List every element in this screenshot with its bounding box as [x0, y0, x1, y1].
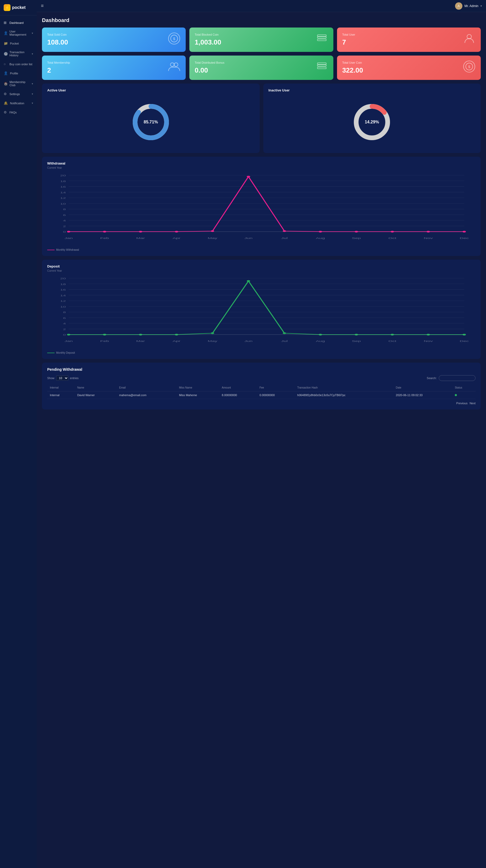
status-badge: [455, 394, 457, 396]
svg-text:12: 12: [60, 196, 65, 199]
stat-icon-total-membership: [168, 60, 180, 75]
sidebar-item-settings[interactable]: ⚙ Settings ▾: [0, 89, 37, 98]
avatar: A: [455, 2, 462, 10]
svg-text:Nov: Nov: [424, 340, 433, 342]
deposit-legend: Monthly Deposit: [56, 351, 75, 354]
inactive-user-title: Inactive User: [268, 88, 476, 92]
sidebar-item-user-management[interactable]: 👤 User Management ▾: [0, 27, 37, 39]
stat-label-total-user: Total User: [342, 33, 355, 36]
user-management-icon: 👤: [4, 31, 7, 35]
svg-point-108: [283, 333, 286, 334]
sidebar-item-notification[interactable]: 🔔 Notification ▾: [0, 98, 37, 108]
svg-text:Dec: Dec: [460, 237, 469, 240]
svg-text:Apr: Apr: [173, 237, 180, 240]
stat-value-total-user-coin: 322.00: [342, 66, 363, 74]
sidebar-nav: ⊞ Dashboard 👤 User Management ▾ 📁 Pocket…: [0, 16, 37, 868]
show-label: Show: [47, 376, 55, 380]
table-header: Transaction Hash: [294, 384, 393, 392]
stats-row-2: Total Membership 2 Total Distributed Bon…: [42, 56, 481, 80]
transaction-history-icon: 🕐: [4, 52, 7, 56]
stat-icon-total-user: [463, 32, 476, 47]
table-header: Status: [452, 384, 476, 392]
svg-text:6: 6: [63, 316, 66, 319]
table-controls: Show 102550 entries Search:: [47, 375, 476, 381]
previous-button[interactable]: Previous: [456, 402, 468, 405]
svg-point-8: [174, 63, 178, 66]
svg-text:4: 4: [63, 219, 66, 222]
main-content: Dashboard Total Sold Coin 108.00 $ Total…: [37, 12, 486, 868]
profile-icon: 👤: [4, 71, 8, 75]
table-pagination: Previous Next: [47, 402, 476, 405]
svg-rect-3: [317, 37, 326, 38]
stat-value-total-sold-coin: 108.00: [47, 38, 68, 46]
page-title: Dashboard: [42, 17, 481, 23]
buy-coin-order-list-icon: ○: [4, 62, 7, 66]
sidebar-item-pocket[interactable]: 📁 Pocket: [0, 39, 37, 48]
stat-label-total-blocked-coin: Total Blocked Coin: [195, 33, 221, 36]
active-user-chart: Active User 85.71%: [42, 84, 260, 153]
chevron-down-icon: ▾: [32, 32, 33, 35]
svg-text:6: 6: [63, 214, 66, 216]
sidebar-item-membership-club[interactable]: 🏠 Membership Club ▾: [0, 78, 37, 89]
svg-text:4: 4: [63, 322, 66, 325]
sidebar: ⚡ pocket ⊞ Dashboard 👤 User Management ▾…: [0, 0, 37, 868]
svg-text:Jan: Jan: [64, 340, 73, 342]
sidebar-item-label-dashboard: Dashboard: [9, 21, 24, 24]
svg-text:Jun: Jun: [245, 340, 253, 342]
sidebar-item-buy-coin-order-list[interactable]: ○ Buy coin order list: [0, 60, 37, 69]
user-name: Mr. Admin: [464, 4, 478, 8]
sidebar-item-dashboard[interactable]: ⊞ Dashboard: [0, 18, 37, 27]
sidebar-item-label-notification: Notification: [10, 102, 24, 105]
svg-text:Jun: Jun: [245, 237, 253, 240]
stat-icon-total-sold-coin: $: [168, 32, 180, 47]
sidebar-item-transaction-history[interactable]: 🕐 Transaction History ▾: [0, 48, 37, 60]
sidebar-item-faqs[interactable]: ⚙ FAQs: [0, 108, 37, 117]
svg-text:$: $: [468, 65, 470, 69]
stat-icon-total-distributed-bonus: [316, 60, 328, 75]
entries-select[interactable]: 102550: [56, 375, 68, 381]
svg-text:May: May: [208, 237, 218, 240]
table-header: Miss Name: [176, 384, 219, 392]
dashboard-icon: ⊞: [4, 21, 7, 25]
svg-point-107: [247, 280, 250, 282]
topbar: ≡ A Mr. Admin ▾: [37, 0, 486, 12]
svg-text:Sep: Sep: [352, 340, 361, 342]
user-menu[interactable]: A Mr. Admin ▾: [455, 2, 482, 10]
stat-value-total-blocked-coin: 1,003.00: [195, 38, 221, 46]
stat-card-total-membership: Total Membership 2: [42, 56, 186, 80]
inactive-user-donut: 14.29%: [268, 96, 476, 148]
next-button[interactable]: Next: [469, 402, 476, 405]
sidebar-item-label-user-management: User Management: [9, 30, 30, 36]
stat-card-total-sold-coin: Total Sold Coin 108.00 $: [42, 28, 186, 52]
table-header: Fee: [257, 384, 294, 392]
logo: ⚡ pocket: [0, 0, 37, 16]
deposit-chart-subtitle: Current Year: [47, 269, 476, 272]
sidebar-item-profile[interactable]: 👤 Profile: [0, 69, 37, 78]
svg-text:Mar: Mar: [136, 340, 145, 342]
svg-text:May: May: [208, 340, 218, 342]
active-user-donut: 85.71%: [47, 96, 254, 148]
svg-text:85.71%: 85.71%: [144, 120, 158, 124]
svg-text:14: 14: [60, 294, 66, 297]
svg-text:Oct: Oct: [389, 340, 397, 342]
search-input[interactable]: [439, 375, 476, 381]
table-header: Amount: [219, 384, 257, 392]
pocket-icon: 📁: [4, 41, 8, 45]
svg-text:$: $: [173, 37, 175, 41]
svg-text:8: 8: [63, 311, 66, 314]
svg-point-106: [211, 333, 214, 334]
user-charts-grid: Active User 85.71% Inactive User 14.29%: [42, 84, 481, 153]
logo-text: pocket: [12, 5, 26, 10]
svg-text:0: 0: [63, 230, 66, 234]
svg-point-6: [467, 34, 471, 39]
svg-text:Jan: Jan: [64, 237, 73, 240]
chevron-down-icon: ▾: [32, 102, 33, 104]
stat-value-total-membership: 2: [47, 66, 70, 74]
withdrawal-chart-card: Withdrawal Current Year 0246810121416182…: [42, 157, 481, 256]
inactive-user-chart: Inactive User 14.29%: [263, 84, 481, 153]
svg-rect-11: [317, 63, 326, 64]
user-dropdown-icon: ▾: [481, 4, 482, 7]
notification-icon: 🔔: [4, 101, 8, 105]
hamburger-icon[interactable]: ≡: [41, 3, 44, 9]
logo-icon: ⚡: [4, 4, 10, 11]
